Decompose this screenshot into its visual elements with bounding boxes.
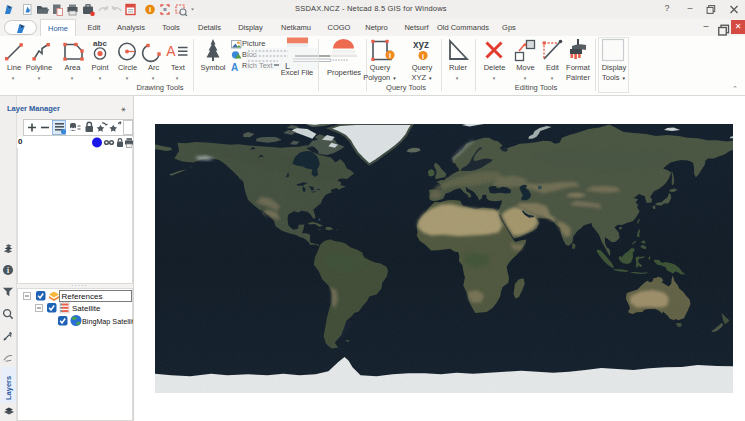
svg-text:abc: abc — [93, 39, 107, 48]
svg-text:BingMap Satellite I: BingMap Satellite I — [82, 317, 133, 326]
svg-text:L: L — [285, 61, 290, 71]
svg-text:i: i — [7, 266, 9, 275]
svg-text:i: i — [389, 51, 391, 60]
svg-text:i: i — [149, 5, 151, 14]
svg-text:A: A — [231, 62, 238, 73]
svg-text:A: A — [166, 43, 176, 59]
svg-text:xyz: xyz — [413, 39, 429, 50]
svg-text:Satellite: Satellite — [72, 304, 101, 313]
svg-text:i: i — [422, 52, 424, 61]
svg-text:References: References — [62, 292, 103, 301]
